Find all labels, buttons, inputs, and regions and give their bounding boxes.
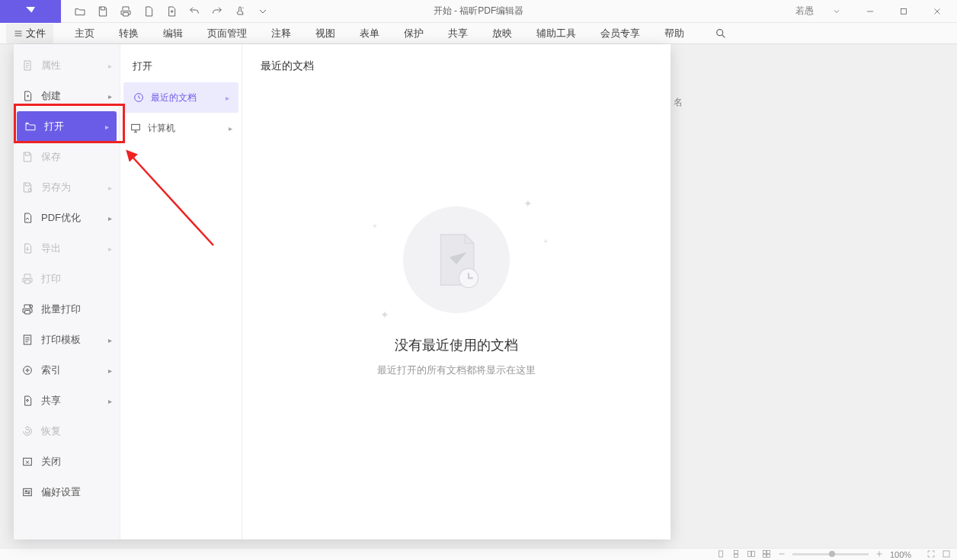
file-menu-open[interactable]: 打开▸ xyxy=(17,111,117,142)
empty-subtitle: 最近打开的所有文档都将显示在这里 xyxy=(377,363,536,377)
zoom-slider[interactable] xyxy=(792,553,869,555)
svg-rect-8 xyxy=(24,488,32,495)
chevron-right-icon: ▸ xyxy=(108,92,112,101)
tab-edit[interactable]: 编辑 xyxy=(151,23,195,44)
tab-present[interactable]: 放映 xyxy=(480,23,524,44)
status-right: 100% xyxy=(716,549,951,560)
svg-rect-22 xyxy=(763,554,767,557)
layout-cover-icon[interactable] xyxy=(762,549,771,560)
file-menu-new[interactable]: 创建▸ xyxy=(14,81,120,111)
svg-rect-18 xyxy=(748,551,751,556)
open-sub-computer[interactable]: 计算机▸ xyxy=(120,113,242,143)
file-tab[interactable]: 文件 xyxy=(6,24,53,43)
file-tab-label: 文件 xyxy=(26,27,46,40)
svg-rect-17 xyxy=(735,554,738,557)
file-menu-share[interactable]: 共享▸ xyxy=(14,386,120,416)
undo-icon[interactable] xyxy=(183,0,206,23)
file-menu-prefs[interactable]: 偏好设置 xyxy=(14,477,120,507)
quick-access-toolbar xyxy=(69,0,274,23)
svg-rect-21 xyxy=(767,550,770,553)
tab-help[interactable]: 帮助 xyxy=(652,23,696,44)
file-menu-restore: 恢复 xyxy=(14,416,120,446)
touch-icon[interactable] xyxy=(229,0,251,23)
svg-rect-20 xyxy=(763,550,767,553)
layout-facing-icon[interactable] xyxy=(747,549,756,560)
new-page-icon[interactable] xyxy=(160,0,183,23)
file-content-panel: 最近的文档 ✦+✦+ 没有最近使用的文档 最近打开的所有文档都将显示在这里 xyxy=(242,44,671,539)
file-menu-close[interactable]: 关闭 xyxy=(14,446,120,477)
chevron-right-icon: ▸ xyxy=(108,366,112,375)
chevron-right-icon: ▸ xyxy=(108,336,112,344)
file-menu-optimize[interactable]: PDF优化▸ xyxy=(14,203,120,233)
empty-illustration: ✦+✦+ xyxy=(403,206,510,313)
svg-rect-24 xyxy=(943,551,949,557)
open-icon[interactable] xyxy=(69,0,91,23)
tab-vip[interactable]: 会员专享 xyxy=(588,23,652,44)
print-icon[interactable] xyxy=(114,0,137,23)
qat-dropdown-icon[interactable] xyxy=(251,0,274,23)
file-sidebar: 属性▸创建▸打开▸保存另存为▸PDF优化▸导出▸打印批量打印打印模板▸索引▸共享… xyxy=(14,44,120,539)
svg-rect-16 xyxy=(735,550,738,553)
statusbar: 100% xyxy=(0,548,957,560)
minimize-button[interactable] xyxy=(855,0,885,23)
layout-single-icon[interactable] xyxy=(716,549,725,560)
sub-panel-title: 打开 xyxy=(120,59,242,82)
tab-tools[interactable]: 辅助工具 xyxy=(524,23,588,44)
titlebar: 开始 - 福昕PDF编辑器 若愚 xyxy=(0,0,957,23)
empty-state: ✦+✦+ 没有最近使用的文档 最近打开的所有文档都将显示在这里 xyxy=(377,206,536,377)
chevron-right-icon: ▸ xyxy=(108,245,112,253)
tab-convert[interactable]: 转换 xyxy=(107,23,151,44)
chevron-right-icon: ▸ xyxy=(105,123,109,131)
tab-annotate[interactable]: 注释 xyxy=(259,23,303,44)
empty-title: 没有最近使用的文档 xyxy=(377,336,536,354)
read-mode-icon[interactable] xyxy=(942,549,951,560)
app-logo xyxy=(0,0,61,23)
content-title: 最近的文档 xyxy=(261,59,652,73)
file-menu-print: 打印 xyxy=(14,264,120,294)
file-menu-saveas: 另存为▸ xyxy=(14,172,120,203)
file-menu-save: 保存 xyxy=(14,142,120,172)
tab-form[interactable]: 表单 xyxy=(347,23,392,44)
chevron-right-icon: ▸ xyxy=(108,214,112,222)
svg-point-4 xyxy=(30,305,33,308)
chevron-right-icon: ▸ xyxy=(229,124,232,133)
open-sub-clock[interactable]: 最近的文档▸ xyxy=(123,82,238,113)
svg-rect-15 xyxy=(719,551,723,557)
user-dropdown-icon[interactable] xyxy=(821,0,852,23)
zoom-in-icon[interactable] xyxy=(875,549,884,560)
chevron-right-icon: ▸ xyxy=(108,397,112,405)
svg-rect-19 xyxy=(752,551,755,556)
file-menu-doc: 属性▸ xyxy=(14,50,120,81)
background-hint: 名 xyxy=(674,90,683,107)
tab-protect[interactable]: 保护 xyxy=(392,23,436,44)
tab-view[interactable]: 视图 xyxy=(303,23,347,44)
maximize-button[interactable] xyxy=(888,0,919,23)
chevron-right-icon: ▸ xyxy=(226,94,229,102)
file-menu-panel: 属性▸创建▸打开▸保存另存为▸PDF优化▸导出▸打印批量打印打印模板▸索引▸共享… xyxy=(14,44,671,539)
chevron-right-icon: ▸ xyxy=(108,62,112,70)
file-sub-panel: 打开 最近的文档▸计算机▸ xyxy=(120,44,242,539)
user-name[interactable]: 若愚 xyxy=(795,5,814,18)
window-title: 开始 - 福昕PDF编辑器 xyxy=(434,5,524,18)
close-button[interactable] xyxy=(922,0,952,23)
svg-rect-23 xyxy=(767,554,770,557)
save-icon[interactable] xyxy=(91,0,114,23)
ribbon-tabs: 文件 主页 转换 编辑 页面管理 注释 视图 表单 保护 共享 放映 辅助工具 … xyxy=(0,23,957,44)
tab-pages[interactable]: 页面管理 xyxy=(195,23,259,44)
redo-icon[interactable] xyxy=(206,0,229,23)
zoom-value[interactable]: 100% xyxy=(890,550,920,559)
tab-home[interactable]: 主页 xyxy=(62,23,107,44)
tab-share[interactable]: 共享 xyxy=(436,23,480,44)
svg-point-1 xyxy=(717,29,723,35)
file-menu-batch[interactable]: 批量打印 xyxy=(14,294,120,325)
chevron-right-icon: ▸ xyxy=(108,184,112,192)
search-icon[interactable] xyxy=(703,23,739,44)
file-menu-index[interactable]: 索引▸ xyxy=(14,355,120,386)
svg-rect-0 xyxy=(901,8,907,14)
fullscreen-icon[interactable] xyxy=(927,549,936,560)
zoom-out-icon[interactable] xyxy=(777,549,786,560)
file-menu-template[interactable]: 打印模板▸ xyxy=(14,325,120,355)
page-icon[interactable] xyxy=(137,0,160,23)
layout-continuous-icon[interactable] xyxy=(731,549,741,560)
file-menu-export: 导出▸ xyxy=(14,233,120,264)
